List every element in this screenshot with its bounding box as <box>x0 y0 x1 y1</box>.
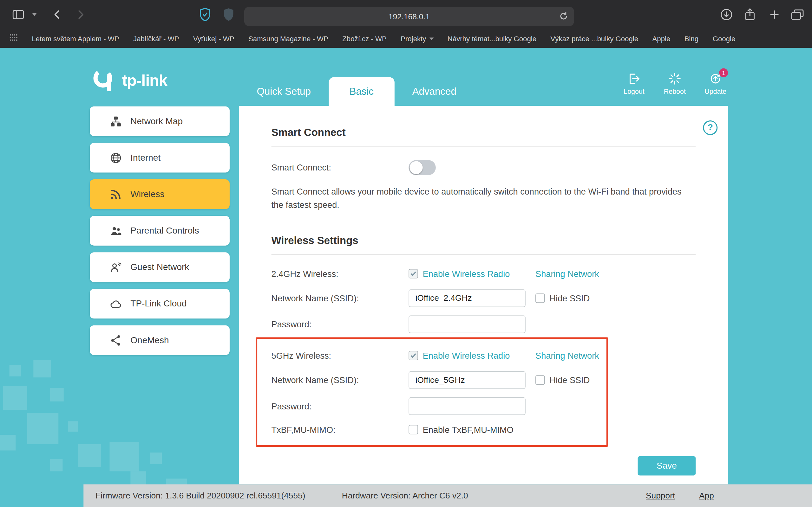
ssid-input-24[interactable] <box>409 289 525 307</box>
password-label-24: Password: <box>271 320 409 329</box>
tab-quick-setup[interactable]: Quick Setup <box>239 77 328 106</box>
sidebar-item-label: Wireless <box>131 189 164 199</box>
decorative-square <box>3 386 27 410</box>
logout-icon <box>627 72 641 86</box>
tab-basic[interactable]: Basic <box>328 77 395 106</box>
decorative-square <box>78 444 101 467</box>
decorative-square <box>110 442 139 471</box>
decorative-square <box>50 388 64 401</box>
privacy-shield-icon[interactable] <box>200 8 211 21</box>
decorative-square <box>150 452 162 464</box>
wireless-settings-title: Wireless Settings <box>271 234 696 246</box>
logout-button[interactable]: Logout <box>620 72 648 95</box>
hide-ssid-24-checkbox[interactable] <box>536 293 545 303</box>
password-input-5[interactable] <box>409 397 525 415</box>
bookmark-folder-projekty[interactable]: Projekty <box>401 35 433 43</box>
enable-wireless-radio-5-checkbox[interactable] <box>409 351 418 360</box>
smart-connect-toggle[interactable] <box>409 160 436 175</box>
enable-wireless-radio-5-label[interactable]: Enable Wireless Radio <box>423 350 510 360</box>
sidebar-item-onemesh[interactable]: OneMesh <box>90 326 230 355</box>
bookmark-item[interactable]: Google <box>713 35 735 43</box>
divider <box>271 255 696 255</box>
enable-wireless-radio-24-checkbox[interactable] <box>409 269 418 279</box>
bookmarks-grid-icon[interactable] <box>9 34 18 43</box>
cloud-icon <box>110 297 122 310</box>
back-icon[interactable] <box>52 9 63 20</box>
sidebar-chevron-icon[interactable] <box>32 13 37 16</box>
bookmark-item[interactable]: Jablíčkář - WP <box>133 35 179 43</box>
sidebar-item-tplink-cloud[interactable]: TP-Link Cloud <box>90 289 230 319</box>
update-button[interactable]: 1 Update <box>701 72 729 95</box>
bookmark-item[interactable]: Bing <box>684 35 699 43</box>
bookmark-item[interactable]: Samsung Magazine - WP <box>248 35 328 43</box>
sidebar-toggle-icon[interactable] <box>12 10 24 19</box>
tab-advanced[interactable]: Advanced <box>395 77 474 106</box>
tp-link-logo-mark <box>92 67 118 95</box>
bookmark-item[interactable]: Zboží.cz - WP <box>342 35 386 43</box>
reboot-label: Reboot <box>664 88 686 95</box>
tab-overview-icon[interactable] <box>791 9 803 20</box>
refresh-icon[interactable] <box>559 11 568 23</box>
browser-toolbar: 192.168.0.1 <box>0 0 812 29</box>
wireless-icon <box>110 188 122 200</box>
screen: 192.168.0.1 <box>0 0 812 507</box>
sharing-network-24-link[interactable]: Sharing Network <box>536 269 599 279</box>
sidebar: Network Map Internet Wireless <box>90 107 230 362</box>
bookmark-item[interactable]: Výkaz práce ...bulky Google <box>551 35 639 43</box>
decorative-square <box>33 360 51 377</box>
sidebar-item-internet[interactable]: Internet <box>90 143 230 173</box>
hide-ssid-5-label: Hide SSID <box>550 375 590 385</box>
txbf-checkbox[interactable] <box>409 425 418 435</box>
smart-connect-description: Smart Connect allows your mobile device … <box>271 184 692 212</box>
address-bar[interactable]: 192.168.0.1 <box>244 7 574 26</box>
bookmark-item[interactable]: Vyťukej - WP <box>193 35 235 43</box>
sidebar-item-parental-controls[interactable]: Parental Controls <box>90 216 230 245</box>
hide-ssid-5-checkbox[interactable] <box>536 376 545 385</box>
extension-shield-icon[interactable] <box>223 8 235 21</box>
smart-connect-label: Smart Connect: <box>271 163 409 172</box>
mode-tabs: Quick Setup Basic Advanced <box>239 77 474 106</box>
sharing-network-5-link[interactable]: Sharing Network <box>536 350 599 360</box>
browser-chrome: 192.168.0.1 <box>0 0 812 48</box>
forward-icon[interactable] <box>75 9 86 20</box>
sidebar-item-wireless[interactable]: Wireless <box>90 179 230 209</box>
ssid-label-5: Network Name (SSID): <box>271 375 409 385</box>
new-tab-icon[interactable] <box>769 9 780 20</box>
bookmark-folder-label: Projekty <box>401 35 426 43</box>
onemesh-icon <box>110 334 122 346</box>
network-map-icon <box>110 115 122 127</box>
smart-connect-title: Smart Connect <box>271 127 696 139</box>
txbf-option-label: Enable TxBF,MU-MIMO <box>423 425 513 435</box>
ssid-input-5[interactable] <box>409 371 525 389</box>
decorative-square <box>0 435 15 450</box>
password-label-5: Password: <box>271 401 409 411</box>
update-label: Update <box>705 88 726 95</box>
parental-controls-icon <box>110 224 122 237</box>
header-actions: Logout Reboot 1 Update <box>620 72 730 95</box>
share-icon[interactable] <box>744 8 756 21</box>
app-link[interactable]: App <box>699 491 714 501</box>
reboot-button[interactable]: Reboot <box>661 72 689 95</box>
bookmark-item[interactable]: Letem světem Applem - WP <box>32 35 119 43</box>
sidebar-item-network-map[interactable]: Network Map <box>90 107 230 136</box>
password-input-24[interactable] <box>409 315 525 333</box>
sidebar-item-guest-network[interactable]: Guest Network <box>90 252 230 282</box>
save-button[interactable]: Save <box>638 456 696 475</box>
bookmark-item[interactable]: Návrhy témat...bulky Google <box>448 35 537 43</box>
bookmark-item[interactable]: Apple <box>653 35 670 43</box>
globe-icon <box>110 152 122 164</box>
help-icon[interactable]: ? <box>703 120 717 135</box>
url-text: 192.168.0.1 <box>244 7 574 26</box>
tp-link-logo[interactable]: tp-link <box>92 67 167 95</box>
support-link[interactable]: Support <box>646 491 675 501</box>
ssid-label-24: Network Name (SSID): <box>271 293 409 303</box>
sidebar-item-label: Internet <box>131 153 160 163</box>
highlight-annotation-box: 5GHz Wireless: Enable Wireless Radio Sha… <box>256 337 608 447</box>
band-label-24: 2.4GHz Wireless: <box>271 269 409 279</box>
sidebar-item-label: TP-Link Cloud <box>131 298 187 309</box>
enable-wireless-radio-24-label[interactable]: Enable Wireless Radio <box>423 269 510 279</box>
downloads-icon[interactable] <box>720 8 733 20</box>
guest-network-icon <box>110 261 122 273</box>
logout-label: Logout <box>623 88 644 95</box>
txbf-label: TxBF,MU-MIMO: <box>271 425 409 435</box>
